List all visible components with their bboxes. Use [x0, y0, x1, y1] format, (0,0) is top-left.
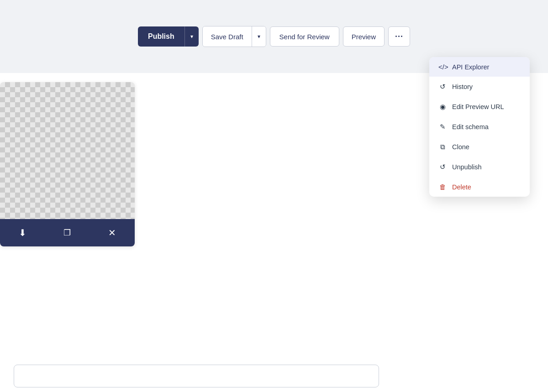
image-card-actions: ⬇ ❐ ✕ [0, 219, 135, 246]
publish-dropdown-arrow[interactable]: ▾ [184, 26, 199, 47]
download-icon: ⬇ [19, 227, 26, 238]
bottom-input[interactable] [14, 365, 379, 387]
unpublish-icon: ↺ [438, 163, 447, 171]
send-for-review-button[interactable]: Send for Review [270, 26, 339, 47]
dropdown-item-label: Delete [452, 183, 471, 191]
clone-icon: ⧉ [438, 143, 447, 151]
dropdown-item-label: Clone [452, 143, 469, 151]
dropdown-item-label: Edit schema [452, 123, 489, 131]
chevron-down-icon: ▾ [190, 33, 193, 40]
dropdown-item-label: API Explorer [452, 63, 489, 71]
trash-icon: 🗑 [438, 183, 447, 191]
more-options-dropdown: </> API Explorer ↺ History ◉ Edit Previe… [429, 57, 530, 197]
dropdown-item-edit-schema[interactable]: ✎ Edit schema [429, 117, 530, 137]
more-options-button[interactable]: ··· [388, 26, 410, 47]
download-button[interactable]: ⬇ [13, 225, 32, 240]
toolbar: Publish ▾ Save Draft ▾ Send for Review P… [138, 26, 410, 47]
dropdown-item-unpublish[interactable]: ↺ Unpublish [429, 157, 530, 177]
close-button[interactable]: ✕ [103, 225, 121, 240]
history-icon: ↺ [438, 83, 447, 91]
save-draft-dropdown-arrow[interactable]: ▾ [252, 26, 266, 47]
image-placeholder [0, 82, 135, 219]
dropdown-item-label: Edit Preview URL [452, 103, 504, 110]
image-card: ⬇ ❐ ✕ [0, 82, 135, 246]
dropdown-item-label: Unpublish [452, 163, 482, 171]
save-draft-button[interactable]: Save Draft [203, 26, 252, 47]
dropdown-item-history[interactable]: ↺ History [429, 77, 530, 97]
edit-button[interactable]: ❐ [58, 226, 76, 240]
save-draft-button-group: Save Draft ▾ [202, 26, 266, 47]
dropdown-item-clone[interactable]: ⧉ Clone [429, 137, 530, 157]
close-icon: ✕ [108, 227, 116, 238]
publish-button-group: Publish ▾ [138, 26, 199, 47]
edit-icon: ❐ [63, 228, 71, 238]
dropdown-item-api-explorer[interactable]: </> API Explorer [429, 57, 530, 77]
dropdown-item-edit-preview-url[interactable]: ◉ Edit Preview URL [429, 97, 530, 117]
chevron-down-icon: ▾ [258, 33, 260, 40]
dropdown-item-label: History [452, 83, 473, 90]
pencil-icon: ✎ [438, 123, 447, 131]
dropdown-item-delete[interactable]: 🗑 Delete [429, 177, 530, 197]
eye-icon: ◉ [438, 103, 447, 111]
api-explorer-icon: </> [438, 63, 447, 71]
preview-button[interactable]: Preview [343, 26, 385, 47]
publish-button[interactable]: Publish [138, 26, 184, 47]
